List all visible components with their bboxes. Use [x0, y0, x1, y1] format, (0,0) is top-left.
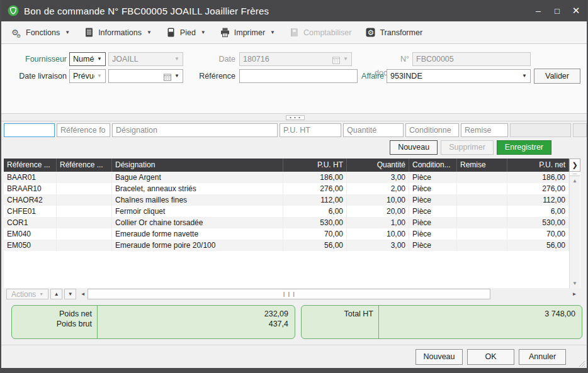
table-row[interactable]: COR1Collier Or chaine torsadée530,001,00… — [4, 217, 569, 228]
enregistrer-line-button[interactable]: Enregistrer — [497, 140, 551, 155]
calendar-icon — [332, 55, 341, 63]
horizontal-scrollbar[interactable]: ◄ ❙❙❙ ► — [78, 289, 579, 299]
table-cell: Chaînes mailles fines — [112, 194, 283, 206]
entry-conditionnement-input[interactable] — [405, 123, 459, 137]
nouveau-document-button[interactable]: Nouveau — [416, 349, 463, 365]
actions-button: Actions▼ — [6, 289, 48, 299]
chevron-down-icon: ▼ — [97, 53, 102, 65]
table-cell: Collier Or chaine torsadée — [112, 217, 283, 228]
table-row[interactable]: CHFE01Fermoir cliquet6,0020,00Pièce6,00 — [4, 206, 569, 217]
fournisseur-mode-select[interactable]: Numéro▼ — [69, 52, 106, 66]
table-cell: 276,00 — [283, 183, 347, 194]
chevron-down-icon[interactable]: ▼ — [174, 70, 179, 82]
table-cell: 112,00 — [507, 194, 569, 206]
move-row-up-button[interactable]: ▲ — [50, 289, 62, 299]
nouveau-line-button[interactable]: Nouveau — [390, 140, 438, 155]
table-cell: 56,00 — [507, 240, 569, 251]
entry-reference-input[interactable] — [4, 123, 55, 137]
chevron-down-icon: ▼ — [201, 30, 206, 35]
header-pu-ht[interactable]: P.U. HT — [283, 159, 347, 172]
chevron-down-icon: ▼ — [97, 70, 102, 82]
table-cell: 530,00 — [283, 217, 347, 228]
table-cell: 10,00 — [347, 228, 409, 240]
toolbar-item-imprimer[interactable]: Imprimer ▼ — [215, 25, 280, 40]
form-panel: Fournisseur Numéro▼ JOAILL▼ Date 180716 … — [1, 44, 587, 113]
date-livraison-mode-select[interactable]: Prévue▼ — [69, 69, 106, 83]
calendar-icon[interactable] — [164, 72, 172, 80]
table-row[interactable]: BAAR01Bague Argent186,003,00Pièce186,00 — [4, 172, 569, 183]
entry-buttons-row: Nouveau Supprimer Enregistrer — [1, 138, 587, 157]
header-quantite[interactable]: Quantité — [347, 159, 409, 172]
reference-field[interactable] — [239, 69, 358, 83]
total-ht-label: Total HT — [302, 309, 373, 318]
table-row[interactable]: CHAOR42Chaînes mailles fines112,0010,00P… — [4, 194, 569, 206]
total-ht-panel: Total HT 3 748,00 — [301, 305, 582, 339]
document-lines-icon — [84, 27, 94, 38]
table-row[interactable]: BRAAR10Bracelet, anneaux striés276,002,0… — [4, 183, 569, 194]
poids-net-label: Poids net — [12, 309, 92, 318]
header-designation[interactable]: Désignation — [112, 159, 283, 172]
table-cell: 6,00 — [507, 206, 569, 217]
toolbar-item-pied[interactable]: Pied ▼ — [161, 25, 211, 40]
entry-remise-input[interactable] — [461, 123, 508, 137]
ledger-icon — [289, 27, 300, 38]
h-scrollbar-track[interactable] — [490, 289, 570, 299]
window: Bon de commande N° FBC00005 JOAILL Joail… — [0, 0, 588, 373]
affaire-label: Affaire — [358, 69, 384, 83]
maximize-button[interactable]: □ — [548, 0, 567, 21]
table-cell — [57, 240, 112, 251]
table-row[interactable]: EM040Emeraude forme navette70,0010,00Piè… — [4, 228, 569, 240]
scroll-columns-right-button[interactable]: ❯ — [569, 159, 580, 172]
entry-pu-ht-input[interactable] — [280, 123, 341, 137]
scroll-down-icon[interactable]: ▼ — [570, 279, 580, 288]
scroll-up-icon[interactable]: ▲ — [570, 176, 580, 186]
ok-button[interactable]: OK — [467, 349, 514, 365]
scrollbar-track[interactable] — [570, 186, 580, 279]
header-reference[interactable]: Référence ... — [4, 159, 57, 172]
table-cell — [457, 206, 507, 217]
affaire-select[interactable]: 953INDE▼ — [387, 69, 531, 83]
svg-text:⚙: ⚙ — [16, 33, 21, 38]
table-cell: Pièce — [409, 228, 457, 240]
chevron-down-icon: ▼ — [343, 53, 348, 65]
reference-label: Référence — [195, 69, 235, 83]
gears-icon: ⚙⚙ — [11, 27, 22, 38]
resize-grip[interactable] — [579, 360, 585, 367]
header-reference-fournisseur[interactable]: Référence ... — [57, 159, 112, 172]
entry-reference-fournisseur-input[interactable] — [57, 123, 110, 137]
date-livraison-input[interactable] — [112, 72, 161, 81]
move-row-down-button[interactable]: ▼ — [64, 289, 76, 299]
reference-input[interactable] — [243, 70, 354, 82]
vertical-scrollbar[interactable]: — ▲ ▼ — [569, 172, 580, 288]
gear-badge-icon: ⚙ — [365, 27, 376, 38]
header-conditionnement[interactable]: Condition... — [409, 159, 457, 172]
table-cell — [57, 172, 112, 183]
row-splitter-handle[interactable]: — — [570, 172, 580, 176]
scroll-left-icon[interactable]: ◄ — [78, 289, 88, 299]
close-button[interactable]: ✕ — [567, 0, 585, 21]
chevron-down-icon: ▼ — [270, 30, 275, 35]
toolbar-item-informations[interactable]: Informations ▼ — [79, 25, 157, 40]
table-cell: 70,00 — [283, 228, 347, 240]
entry-quantite-input[interactable] — [343, 123, 404, 137]
scroll-right-icon[interactable]: ► — [570, 289, 579, 299]
date-field: 180716 ▼ — [239, 52, 352, 66]
table-row[interactable]: EM050Emeraude forme poire 20/10056,003,0… — [4, 240, 569, 251]
valider-button[interactable]: Valider — [534, 69, 580, 84]
splitter-handle[interactable]: • • • — [286, 115, 305, 120]
header-pu-net[interactable]: P.U. net — [507, 159, 569, 172]
date-label: Date — [203, 52, 235, 66]
toolbar-item-transformer[interactable]: ⚙ Transformer — [360, 25, 427, 40]
toolbar: ⚙⚙ Fonctions ▼ Informations ▼ Pied ▼ Imp… — [1, 21, 587, 44]
h-scrollbar-thumb[interactable]: ❙❙❙ — [88, 289, 490, 299]
toolbar-item-fonctions[interactable]: ⚙⚙ Fonctions ▼ — [6, 25, 75, 40]
minimize-button[interactable]: – — [529, 0, 548, 21]
entry-designation-input[interactable] — [112, 123, 278, 137]
date-livraison-field[interactable]: ▼ — [108, 69, 183, 83]
annuler-button[interactable]: Annuler — [519, 349, 566, 365]
table-cell: 1,00 — [347, 217, 409, 228]
table-cell: 276,00 — [507, 183, 569, 194]
entry-pu-net-field — [510, 123, 571, 137]
table-cell — [57, 206, 112, 217]
header-remise[interactable]: Remise — [457, 159, 507, 172]
